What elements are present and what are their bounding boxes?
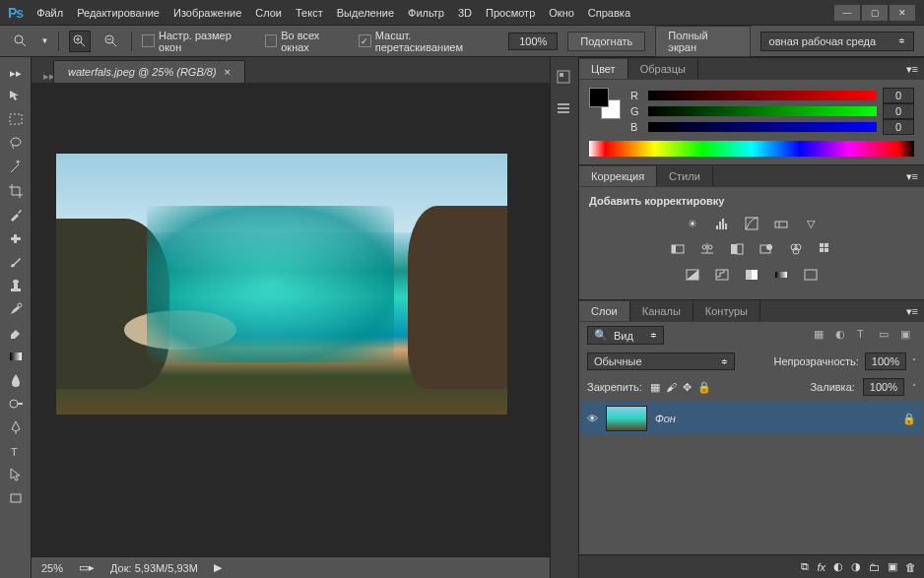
brightness-icon[interactable]: ☀ <box>683 215 702 232</box>
levels-icon[interactable] <box>712 215 732 232</box>
layer-filter-kind[interactable]: 🔍Вид≑ <box>587 326 664 345</box>
menu-3d[interactable]: 3D <box>458 7 472 19</box>
new-group-icon[interactable]: 🗀 <box>869 561 880 573</box>
resize-windows-checkbox[interactable]: Настр. размер окон <box>142 30 254 53</box>
layer-thumbnail[interactable] <box>606 406 647 431</box>
layer-fx-icon[interactable]: fx <box>817 561 825 573</box>
posterize-icon[interactable] <box>712 266 732 284</box>
healing-brush-tool[interactable] <box>4 228 28 248</box>
type-tool[interactable]: T <box>4 441 28 461</box>
eraser-tool[interactable] <box>4 323 28 343</box>
properties-panel-icon[interactable] <box>556 100 573 118</box>
layer-mask-icon[interactable]: ◐ <box>833 560 843 573</box>
expand-docs-icon[interactable]: ▸▸ <box>43 70 53 83</box>
pen-tool[interactable] <box>4 417 28 437</box>
document-image[interactable] <box>56 154 507 415</box>
workspace-dropdown[interactable]: овная рабочая среда≑ <box>760 32 914 51</box>
window-minimize-button[interactable]: — <box>833 4 861 22</box>
lock-position-icon[interactable]: ✥ <box>683 381 692 394</box>
selective-color-icon[interactable] <box>801 266 821 284</box>
g-slider[interactable] <box>648 106 877 116</box>
panel-menu-icon[interactable]: ▾≡ <box>906 63 918 76</box>
layer-row[interactable]: 👁 Фон 🔒 <box>581 402 922 435</box>
gradient-tool[interactable] <box>4 347 28 366</box>
color-lookup-icon[interactable] <box>816 240 835 258</box>
filter-shape-icon[interactable]: ▭ <box>879 328 894 344</box>
window-close-button[interactable]: ✕ <box>889 4 916 22</box>
delete-layer-icon[interactable]: 🗑 <box>905 561 916 573</box>
scrubby-zoom-checkbox[interactable]: Масшт. перетаскиванием <box>359 30 498 53</box>
path-select-tool[interactable] <box>4 465 28 484</box>
menu-layers[interactable]: Слои <box>255 7 282 19</box>
invert-icon[interactable] <box>683 266 702 284</box>
history-brush-tool[interactable] <box>4 299 28 319</box>
tab-paths[interactable]: Контуры <box>693 301 760 321</box>
tab-swatches[interactable]: Образцы <box>628 59 698 79</box>
r-value[interactable]: 0 <box>883 88 914 103</box>
exposure-icon[interactable] <box>771 215 791 232</box>
stamp-tool[interactable] <box>4 276 28 295</box>
filter-smart-icon[interactable]: ▣ <box>900 328 916 344</box>
tab-adjustments[interactable]: Коррекция <box>579 166 657 186</box>
opacity-dropdown-icon[interactable]: ˅ <box>912 357 916 366</box>
foreground-swatch[interactable] <box>589 88 609 107</box>
g-value[interactable]: 0 <box>883 103 914 119</box>
channel-mixer-icon[interactable] <box>786 240 806 258</box>
hue-icon[interactable] <box>668 240 688 258</box>
visibility-icon[interactable]: 👁 <box>587 413 598 424</box>
menu-window[interactable]: Окно <box>549 7 574 19</box>
shape-tool[interactable] <box>4 488 28 508</box>
history-panel-icon[interactable] <box>556 69 573 87</box>
vibrance-icon[interactable]: ▽ <box>801 215 821 232</box>
status-menu-icon[interactable]: ▶ <box>214 561 222 574</box>
canvas[interactable] <box>32 83 550 556</box>
zoom-level-field[interactable]: 100% <box>508 32 558 50</box>
r-slider[interactable] <box>648 91 877 100</box>
crop-tool[interactable] <box>4 181 28 201</box>
eyedropper-tool[interactable] <box>4 205 28 225</box>
color-swatches[interactable] <box>589 88 621 119</box>
marquee-tool[interactable] <box>4 110 28 130</box>
menu-file[interactable]: Файл <box>36 7 63 19</box>
color-spectrum[interactable] <box>589 141 914 157</box>
brush-tool[interactable] <box>4 252 28 272</box>
filter-type-icon[interactable]: T <box>857 328 873 344</box>
zoom-out-button[interactable] <box>100 31 122 52</box>
b-slider[interactable] <box>648 122 877 132</box>
menu-filter[interactable]: Фильтр <box>408 7 444 19</box>
curves-icon[interactable] <box>742 215 761 232</box>
menu-help[interactable]: Справка <box>588 7 630 19</box>
zoom-in-button[interactable] <box>69 31 91 52</box>
dropdown-icon[interactable]: ▼ <box>41 36 49 45</box>
window-maximize-button[interactable]: ▢ <box>861 4 889 22</box>
lock-paint-icon[interactable]: 🖌 <box>666 381 677 394</box>
collapse-tools-icon[interactable]: ▸▸ <box>4 63 28 83</box>
move-tool[interactable] <box>4 87 28 106</box>
menu-edit[interactable]: Редактирование <box>77 7 160 19</box>
status-zoom[interactable]: 25% <box>41 562 63 574</box>
fit-screen-button[interactable]: Подогнать <box>567 32 645 51</box>
bw-icon[interactable] <box>727 240 747 258</box>
tab-styles[interactable]: Стили <box>657 166 713 186</box>
fill-field[interactable]: 100% <box>863 378 904 396</box>
blur-tool[interactable] <box>4 370 28 390</box>
tool-preset-icon[interactable] <box>10 31 32 52</box>
document-tab[interactable]: waterfals.jpeg @ 25% (RGB/8) × <box>53 60 245 83</box>
tab-layers[interactable]: Слои <box>579 301 630 321</box>
all-windows-checkbox[interactable]: Во всех окнах <box>265 30 350 53</box>
threshold-icon[interactable] <box>742 266 761 284</box>
tab-channels[interactable]: Каналы <box>630 301 693 321</box>
opacity-field[interactable]: 100% <box>865 353 906 370</box>
new-layer-icon[interactable]: ▣ <box>888 560 897 573</box>
link-layers-icon[interactable]: ⧉ <box>801 560 809 573</box>
panel-menu-icon[interactable]: ▾≡ <box>906 305 918 318</box>
layer-name[interactable]: Фон <box>655 413 676 424</box>
status-preview-icon[interactable]: ▭▸ <box>79 561 95 574</box>
panel-menu-icon[interactable]: ▾≡ <box>906 170 918 183</box>
menu-view[interactable]: Просмотр <box>486 7 535 19</box>
menu-select[interactable]: Выделение <box>337 7 394 19</box>
menu-image[interactable]: Изображение <box>173 7 241 19</box>
lock-all-icon[interactable]: 🔒 <box>697 381 711 394</box>
color-balance-icon[interactable] <box>697 240 717 258</box>
close-tab-icon[interactable]: × <box>225 66 231 78</box>
